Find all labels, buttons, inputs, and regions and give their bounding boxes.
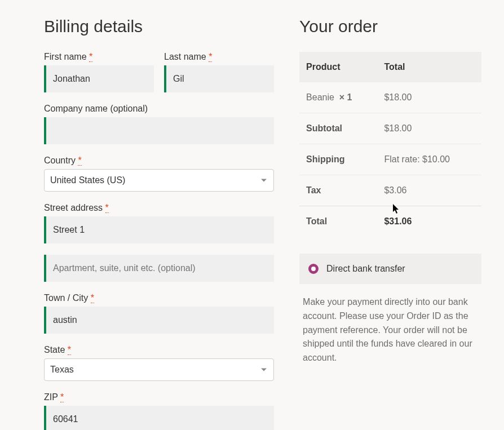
city-input[interactable]: [44, 307, 274, 334]
col-product: Product: [299, 52, 377, 82]
subtotal-label: Subtotal: [299, 113, 377, 144]
payment-option-label: Direct bank transfer: [326, 264, 405, 274]
country-label: Country *: [44, 156, 274, 166]
required-marker: *: [105, 203, 109, 213]
shipping-value: Flat rate: $10.00: [377, 144, 481, 175]
zip-input[interactable]: [44, 406, 274, 430]
subtotal-value: $18.00: [377, 113, 481, 144]
table-row: Tax $3.06: [299, 175, 481, 206]
table-row: Total $31.06: [299, 206, 481, 237]
billing-details: Billing details First name * Last name *…: [44, 17, 274, 430]
table-row: Beanie × 1 $18.00: [299, 82, 481, 113]
required-marker: *: [91, 293, 94, 303]
required-marker: *: [209, 52, 212, 62]
order-table: Product Total Beanie × 1 $18.00 Subtotal…: [299, 52, 481, 237]
last-name-label: Last name *: [164, 52, 274, 62]
last-name-input[interactable]: [164, 65, 274, 92]
item-name: Beanie × 1: [299, 82, 377, 113]
your-order: Your order Product Total Beanie × 1 $18.…: [299, 17, 481, 430]
zip-label: ZIP *: [44, 392, 274, 402]
radio-selected-icon: [308, 264, 319, 274]
company-input[interactable]: [44, 117, 274, 144]
state-label: State *: [44, 345, 274, 355]
table-row: Subtotal $18.00: [299, 113, 481, 144]
item-total: $18.00: [377, 82, 481, 113]
country-select[interactable]: United States (US): [44, 169, 274, 192]
company-label: Company name (optional): [44, 104, 274, 114]
tax-label: Tax: [299, 175, 377, 206]
first-name-input[interactable]: [44, 65, 154, 92]
payment-methods: Direct bank transfer Make your payment d…: [299, 254, 481, 376]
street1-input[interactable]: [44, 216, 274, 243]
first-name-label: First name *: [44, 52, 154, 62]
payment-option-bank[interactable]: Direct bank transfer: [299, 254, 481, 284]
tax-value: $3.06: [377, 175, 481, 206]
table-row: Shipping Flat rate: $10.00: [299, 144, 481, 175]
street2-input[interactable]: [44, 255, 274, 282]
required-marker: *: [60, 392, 64, 402]
total-value: $31.06: [377, 206, 481, 237]
order-heading: Your order: [299, 17, 481, 36]
street-label: Street address *: [44, 203, 274, 213]
total-label: Total: [299, 206, 377, 237]
state-select[interactable]: Texas: [44, 358, 274, 381]
shipping-label: Shipping: [299, 144, 377, 175]
city-label: Town / City *: [44, 293, 274, 303]
required-marker: *: [89, 52, 92, 62]
col-total: Total: [377, 52, 481, 82]
billing-heading: Billing details: [44, 17, 274, 36]
required-marker: *: [68, 345, 71, 355]
required-marker: *: [78, 156, 81, 166]
payment-description: Make your payment directly into our bank…: [299, 284, 481, 376]
